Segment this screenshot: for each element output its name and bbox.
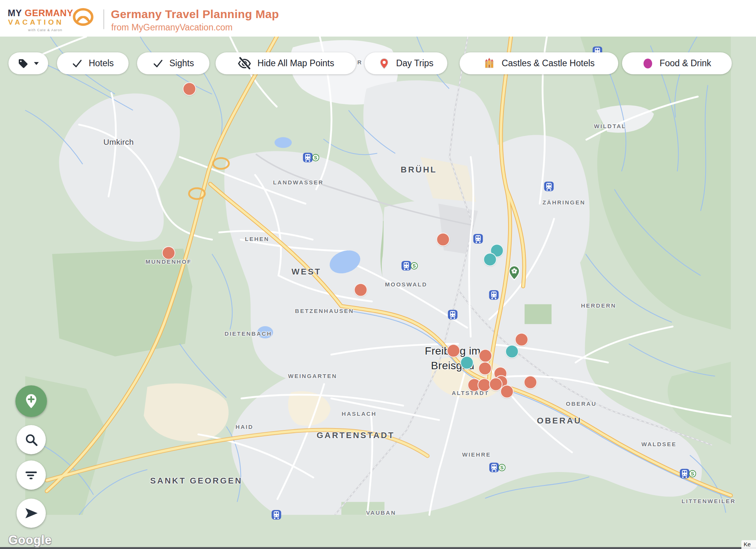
map-place-label: LANDWASSER	[273, 179, 324, 186]
add-location-icon	[22, 392, 40, 410]
tag-filter-dropdown[interactable]	[8, 52, 48, 74]
svg-text:S: S	[691, 471, 694, 476]
map-viewport[interactable]: UmkirchLANDWASSERBRÜHLWILDTALZÄHRINGENLE…	[0, 37, 756, 549]
svg-text:S: S	[500, 465, 503, 470]
filter-pill-castles[interactable]: Castles & Castle Hotels	[460, 52, 618, 74]
map-marker-sight[interactable]	[447, 344, 460, 358]
svg-text:S: S	[413, 263, 416, 268]
map-marker-sight[interactable]	[183, 82, 196, 96]
map-place-label: HERDERN	[581, 302, 616, 309]
page-subtitle: from MyGermanyVacation.com	[111, 22, 232, 33]
map-place-label: LEHEN	[245, 236, 269, 242]
eye-off-icon	[238, 57, 251, 70]
logo-word-my: MY	[8, 8, 22, 18]
search-button[interactable]	[17, 425, 46, 454]
filter-pill-food-drink[interactable]: Food & Drink	[622, 52, 732, 74]
logo-word-vacation: VACATION	[8, 18, 64, 27]
map-marker-sight[interactable]	[500, 385, 514, 398]
map-marker-sight[interactable]	[478, 362, 492, 375]
filter-button[interactable]	[17, 460, 46, 490]
map-marker-hotel[interactable]	[483, 253, 497, 266]
add-place-button[interactable]	[15, 385, 47, 417]
train-station-sbahn-icon: S	[679, 469, 696, 479]
map-place-label: R	[357, 59, 362, 65]
app-window: MYGERMANY VACATION with Cate & Aaron Ger…	[0, 0, 756, 549]
castle-icon	[483, 57, 495, 70]
map-marker-sight[interactable]	[354, 283, 368, 297]
map-place-label: BRÜHL	[401, 165, 437, 175]
map-place-label: Umkirch	[103, 137, 134, 147]
map-place-label: BETZENHAUSEN	[295, 308, 354, 314]
map-place-label: WILDTAL	[594, 123, 626, 129]
map-place-label: WEST	[291, 267, 321, 277]
food-dot-icon	[642, 58, 653, 69]
filter-pill-hotels[interactable]: Hotels	[57, 52, 129, 74]
map-marker-sight[interactable]	[437, 233, 450, 246]
map-overlays: UmkirchLANDWASSERBRÜHLWILDTALZÄHRINGENLE…	[0, 37, 756, 549]
map-marker-sight[interactable]	[524, 376, 537, 389]
map-place-label: OBERAU	[566, 400, 597, 407]
train-station-sbahn-icon: S	[303, 152, 319, 163]
train-station-sbahn-icon: S	[489, 462, 506, 473]
map-place-label: OBERAU	[537, 416, 582, 426]
page-title: Germany Travel Planning Map	[111, 8, 279, 21]
train-station-icon	[544, 181, 554, 192]
header-divider	[103, 9, 104, 29]
logo-wordmark: MYGERMANY	[8, 8, 73, 18]
train-station-sbahn-icon: S	[401, 261, 418, 271]
share-button[interactable]	[17, 499, 46, 528]
map-place-label: VAUBAN	[366, 509, 396, 516]
map-place-label: WALDSEE	[641, 441, 677, 447]
map-place-label: HAID	[236, 423, 254, 430]
site-logo[interactable]: MYGERMANY VACATION with Cate & Aaron	[6, 4, 102, 34]
map-place-label: LITTENWEILER	[682, 498, 736, 504]
check-icon	[152, 58, 163, 69]
filter-pill-label: Hide All Map Points	[258, 58, 334, 69]
train-station-icon	[489, 290, 499, 300]
filter-pill-label: Day Trips	[396, 58, 433, 69]
park-poi-pin-icon	[507, 265, 522, 282]
map-place-label: WIEHRE	[462, 451, 491, 458]
train-station-icon	[448, 310, 458, 320]
filter-pill-label: Castles & Castle Hotels	[502, 58, 595, 69]
pretzel-icon	[72, 7, 94, 28]
map-marker-sight[interactable]	[479, 349, 492, 363]
map-place-label: HASLACH	[342, 410, 377, 417]
filter-pill-label: Food & Drink	[659, 58, 711, 69]
logo-word-germany: GERMANY	[25, 8, 73, 18]
filter-icon	[24, 468, 38, 482]
map-marker-sight[interactable]	[162, 246, 176, 260]
map-place-label: GARTENSTADT	[316, 430, 395, 440]
map-marker-sight[interactable]	[515, 333, 529, 346]
site-header: MYGERMANY VACATION with Cate & Aaron Ger…	[0, 0, 756, 37]
filter-pill-hide-all[interactable]: Hide All Map Points	[216, 52, 356, 74]
filter-pill-label: Sights	[169, 58, 194, 69]
check-icon	[72, 58, 82, 69]
svg-text:S: S	[314, 155, 317, 160]
keyboard-shortcuts-button[interactable]: Ke	[741, 540, 756, 549]
logo-tagline: with Cate & Aaron	[28, 28, 62, 32]
train-station-icon	[271, 510, 282, 520]
map-place-label: DIETENBACH	[224, 330, 272, 337]
google-watermark[interactable]: Google	[8, 533, 52, 547]
filter-pill-sights[interactable]: Sights	[137, 52, 209, 74]
train-station-icon	[473, 234, 483, 244]
map-place-label: ZÄHRINGEN	[542, 199, 585, 206]
map-place-label: SANKT GEORGEN	[150, 476, 243, 486]
map-place-label: WEINGARTEN	[288, 373, 337, 379]
filter-pill-day-trips[interactable]: Day Trips	[365, 52, 447, 74]
chevron-down-icon	[33, 62, 39, 65]
map-place-label: MOOSWALD	[385, 281, 427, 288]
map-marker-hotel[interactable]	[505, 345, 519, 358]
map-bottom-edge	[0, 547, 756, 549]
map-pin-icon	[378, 57, 390, 70]
search-icon	[24, 432, 38, 447]
send-icon	[23, 505, 39, 521]
filter-pill-label: Hotels	[89, 58, 114, 69]
tag-icon	[17, 58, 29, 69]
map-marker-hotel[interactable]	[460, 356, 474, 370]
